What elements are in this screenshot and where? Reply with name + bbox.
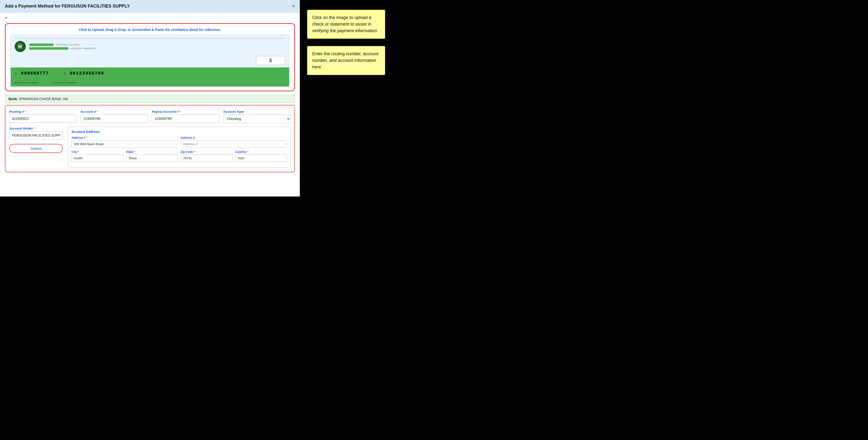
account-arrow: ↓ [64, 77, 66, 81]
upload-tooltip-box: Click on the image to upload a check or … [307, 10, 385, 39]
repeat-account-label: Repeat Account # * [152, 110, 219, 113]
address1-group: Address 1 * [71, 136, 178, 148]
account-holder-label: ACCOUNT HOLDER [56, 43, 80, 46]
bank-icon: 🏛 [14, 41, 26, 52]
country-input[interactable] [235, 155, 287, 162]
account-group: Account # * [81, 110, 148, 123]
modal-body: × Click to Upload, Drag & Drop, or Scree… [0, 13, 300, 177]
address-row-1: Address 1 * Address 2 [71, 136, 287, 148]
routing-number-display: : 999888777 [14, 71, 49, 76]
form-tooltip-box: Enter the routing number, account number… [307, 46, 385, 75]
account-address-title: Account Address [71, 130, 287, 134]
routing-label-col: ↓ ROUTING NUMBER [14, 77, 38, 84]
bank-info-bar: Bank: JPMORGAN CHASE BANK, NA [5, 95, 295, 103]
state-group: State * [126, 150, 178, 162]
account-label: Account # * [81, 110, 148, 113]
form-section: Routing # * Account # * [5, 105, 295, 172]
form-tooltip-text: Enter the routing number, account number… [312, 52, 378, 69]
account-number-label: ACCOUNT NUMBER [53, 81, 77, 84]
modal-header: Add a Payment Method for FERGUSON FACILI… [0, 0, 300, 13]
account-holder-group: Account Holder * Submit [9, 127, 63, 153]
upload-tooltip-text: Click on the image to upload a check or … [312, 15, 377, 33]
check-numbers-row: : 999888777 : 00123456789 [14, 71, 285, 76]
country-group: Country * [235, 150, 287, 162]
repeat-account-group: Repeat Account # * [152, 110, 219, 123]
bank-value: JPMORGAN CHASE BANK, NA [19, 97, 68, 101]
check-amount-row: $ [14, 54, 285, 67]
address2-input[interactable] [181, 140, 287, 148]
account-holder-bar [29, 43, 54, 46]
city-input[interactable] [71, 155, 123, 162]
state-input[interactable] [126, 155, 178, 162]
account-holder-input[interactable] [9, 131, 63, 139]
routing-input[interactable] [9, 114, 77, 123]
routing-group: Routing # * [9, 110, 77, 123]
routing-label: Routing # * [9, 110, 77, 113]
check-labels-row: ↓ ROUTING NUMBER ↓ ACCOUNT NUMBER [14, 77, 285, 84]
city-label: City * [71, 150, 123, 154]
check-header-row: 🏛 ACCOUNT HOLDER ACCOUNT ADDRESS [14, 41, 285, 52]
zip-input[interactable] [181, 155, 232, 162]
account-number-display: : 00123456789 [64, 71, 104, 76]
close-x-button[interactable]: × [5, 15, 7, 21]
address1-input[interactable] [71, 140, 178, 148]
zip-group: Zip Code * [181, 150, 232, 162]
modal-close-top-button[interactable]: × [292, 3, 295, 9]
bank-label: Bank: [8, 97, 18, 101]
routing-number-label: ROUTING NUMBER [14, 81, 38, 84]
address-row-2: City * State * [71, 150, 287, 162]
form-bottom-row: Account Holder * Submit Account Address … [9, 127, 290, 168]
modal-title: Add a Payment Method for FERGUSON FACILI… [5, 4, 130, 9]
account-type-select[interactable]: Checking Savings [223, 114, 291, 123]
address2-group: Address 2 [181, 136, 287, 148]
check-bottom-section: : 999888777 : 00123456789 ↓ ROUTING NUMB… [11, 67, 289, 87]
upload-hint-text: Click to Upload, Drag & Drop, or Screens… [10, 28, 289, 32]
state-label: State * [126, 150, 178, 154]
check-upload-area[interactable]: Click to Upload, Drag & Drop, or Screens… [5, 23, 295, 91]
dollar-sign: $ [269, 58, 272, 63]
submit-button[interactable]: Submit [9, 144, 63, 153]
address2-label: Address 2 [181, 136, 287, 139]
account-address-section: Account Address Address 1 * Address 2 [68, 127, 290, 168]
routing-arrow: ↓ [26, 77, 27, 81]
account-input[interactable] [81, 114, 148, 123]
address1-label: Address 1 * [71, 136, 178, 139]
account-address-label: ACCOUNT ADDRESS [70, 47, 96, 50]
amount-box: $ [256, 56, 285, 65]
city-group: City * [71, 150, 123, 162]
account-address-bar [29, 47, 68, 50]
account-holder-label: Account Holder * [9, 127, 63, 130]
right-panel: Click on the image to upload a check or … [300, 0, 393, 85]
account-label-col: ↓ ACCOUNT NUMBER [53, 77, 77, 84]
country-label: Country * [235, 150, 287, 154]
repeat-account-input[interactable] [152, 114, 219, 123]
form-row-1: Routing # * Account # * [9, 110, 290, 123]
zip-label: Zip Code * [181, 150, 232, 154]
account-holder-lines: ACCOUNT HOLDER ACCOUNT ADDRESS [29, 43, 96, 50]
account-type-group: Account Type Checking Savings [223, 110, 291, 123]
payment-modal: Add a Payment Method for FERGUSON FACILI… [0, 0, 300, 197]
check-illustration: 🏛 ACCOUNT HOLDER ACCOUNT ADDRESS [10, 35, 289, 87]
account-type-label: Account Type [223, 110, 291, 113]
